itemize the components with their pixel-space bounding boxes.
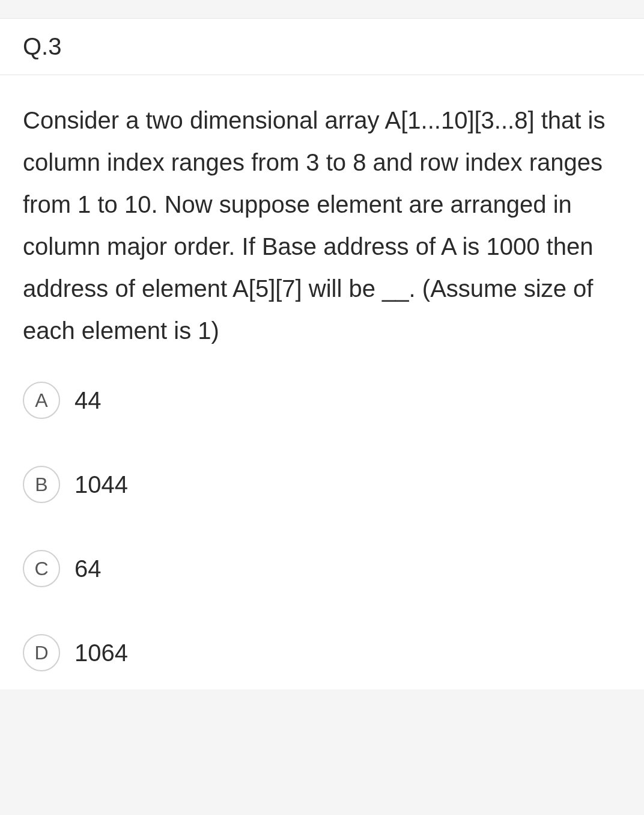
option-text-c: 64 [74, 555, 102, 582]
question-number: Q.3 [23, 33, 621, 60]
option-letter-a: A [23, 382, 60, 419]
option-letter-c: C [23, 550, 60, 587]
question-text: Consider a two dimensional array A[1...1… [23, 99, 621, 352]
option-letter-b: B [23, 466, 60, 503]
option-a[interactable]: A 44 [23, 382, 621, 419]
option-d[interactable]: D 1064 [23, 634, 621, 671]
option-letter-d: D [23, 634, 60, 671]
option-text-a: 44 [74, 387, 102, 414]
question-container: Q.3 Consider a two dimensional array A[1… [0, 18, 644, 689]
option-b[interactable]: B 1044 [23, 466, 621, 503]
options-list: A 44 B 1044 C 64 D 1064 [23, 382, 621, 671]
question-header: Q.3 [0, 19, 644, 75]
option-text-d: 1064 [74, 639, 128, 667]
question-body: Consider a two dimensional array A[1...1… [0, 75, 644, 689]
option-text-b: 1044 [74, 471, 128, 498]
option-c[interactable]: C 64 [23, 550, 621, 587]
